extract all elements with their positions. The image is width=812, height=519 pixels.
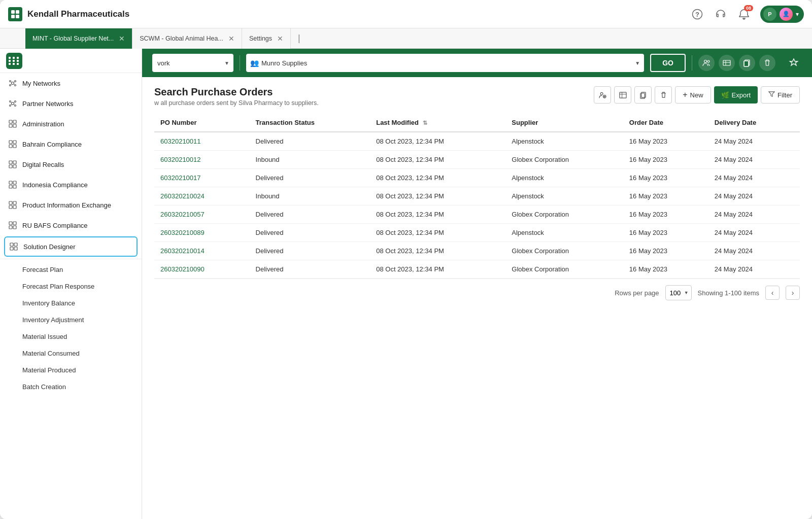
sidebar-sub-material-consumed[interactable]: Material Consumed [0,345,142,362]
tab-mint-close[interactable]: ✕ [119,35,125,42]
page-title-bar: Search Purchase Orders w all purchase or… [154,86,800,107]
headset-icon[interactable] [714,7,728,21]
sidebar: My Networks Partner Networks Administrat… [0,49,142,519]
sidebar-divider [0,259,142,259]
svg-line-22 [11,105,12,105]
sidebar-item-solution-designer[interactable]: Solution Designer [4,236,138,257]
tab-mint[interactable]: MINT - Global Supplier Net... ✕ [25,28,132,49]
prev-page-button[interactable]: ‹ [765,286,780,300]
svg-rect-51 [14,247,17,250]
sidebar-item-product-info-exchange[interactable]: Product Information Exchange [0,195,142,215]
filter-button[interactable]: Filter [761,86,800,103]
sidebar-item-partner-networks[interactable]: Partner Networks [0,93,142,114]
po-link-7[interactable]: 260320210090 [160,265,205,273]
toolbar-table-icon[interactable] [719,55,735,71]
ru-bafs-label: RU BAFS Compliance [22,222,88,229]
sidebar-sub-batch-creation[interactable]: Batch Creation [0,378,142,395]
toolbar-delete-icon[interactable] [759,55,775,71]
cell-supplier-7: Globex Corporation [505,260,623,279]
col-delivery-date: Delivery Date [708,114,800,132]
network-select[interactable]: vork [152,54,233,72]
cell-modified-4: 08 Oct 2023, 12:34 PM [370,205,505,224]
po-link-5[interactable]: 260320210089 [160,229,205,236]
sidebar-item-ru-bafs-compliance[interactable]: RU BAFS Compliance [0,215,142,235]
rows-per-page-select[interactable]: 100 50 25 [665,285,692,300]
svg-text:?: ? [695,11,699,18]
svg-line-14 [14,84,15,85]
col-last-modified[interactable]: Last Modified ⇅ [370,114,505,132]
tab-mint-label: MINT - Global Supplier Net... [32,35,114,42]
svg-rect-3 [16,15,19,18]
sidebar-item-my-networks[interactable]: My Networks [0,73,142,93]
grid-menu-button[interactable] [6,53,22,69]
sidebar-item-bahrain-compliance[interactable]: Bahrain Compliance [0,134,142,154]
tab-add-button[interactable]: | [291,33,308,44]
partner-input[interactable] [246,54,644,72]
partner-people-icon: 👥 [250,59,259,67]
cell-order-date-2: 16 May 2023 [623,169,708,187]
sidebar-sub-material-produced[interactable]: Material Produced [0,362,142,378]
po-link-0[interactable]: 60320210011 [160,137,201,145]
toolbar-people-icon[interactable] [698,55,715,71]
table-row: 260320210057 Delivered 08 Oct 2023, 12:3… [154,205,800,224]
delete-button[interactable] [655,86,672,103]
sidebar-item-administration[interactable]: Administration [0,114,142,134]
assign-button[interactable] [594,86,611,103]
sidebar-sub-inventory-adjustment[interactable]: Inventory Adjustment [0,312,142,328]
po-link-3[interactable]: 260320210024 [160,192,205,200]
app-logo [8,7,22,21]
header-left: Kendall Pharmaceuticals [8,7,129,21]
svg-rect-42 [9,205,12,209]
svg-rect-54 [723,60,730,65]
svg-line-20 [11,102,12,102]
duplicate-button[interactable] [634,86,652,103]
export-button[interactable]: 🌿 Export [714,86,758,103]
filter-icon [768,91,775,99]
next-page-button[interactable]: › [786,286,800,300]
svg-rect-50 [10,247,13,250]
svg-rect-32 [9,161,12,164]
po-link-2[interactable]: 60320210017 [160,174,201,182]
table-header-row: PO Number Transaction Status Last Modifi… [154,114,800,132]
sidebar-item-indonesia-compliance[interactable]: Indonesia Compliance [0,175,142,195]
go-button[interactable]: GO [650,54,686,72]
sidebar-sub-forecast-plan[interactable]: Forecast Plan [0,261,142,278]
svg-point-17 [15,101,16,102]
svg-rect-1 [16,10,19,14]
po-link-1[interactable]: 60320210012 [160,156,201,163]
toolbar-action-icons [698,55,775,71]
sidebar-sub-inventory-balance[interactable]: Inventory Balance [0,295,142,312]
toolbar-copy-icon[interactable] [739,55,755,71]
cell-status-5: Delivered [250,224,370,242]
cell-delivery-date-6: 24 May 2024 [708,242,800,260]
tab-settings[interactable]: Settings ✕ [242,28,291,49]
po-link-4[interactable]: 260320210057 [160,211,205,218]
table-body: 60320210011 Delivered 08 Oct 2023, 12:34… [154,132,800,279]
product-info-exchange-label: Product Information Exchange [22,201,111,209]
tab-scwm[interactable]: SCWM - Global Animal Hea... ✕ [132,28,242,49]
notification-icon[interactable]: 08 [737,7,751,21]
partner-input-wrap: 👥 ▼ [246,54,644,72]
new-button[interactable]: + New [675,86,710,103]
tab-scwm-close[interactable]: ✕ [228,35,234,42]
new-icon: + [683,90,687,99]
toolbar-star-icon[interactable] [786,55,802,71]
help-icon[interactable]: ? [690,7,704,21]
tab-settings-close[interactable]: ✕ [277,35,283,42]
svg-point-6 [12,82,14,85]
purchase-orders-table: PO Number Transaction Status Last Modifi… [154,114,800,279]
page-title-group: Search Purchase Orders w all purchase or… [154,86,319,107]
user-menu[interactable]: P 👤 ▾ [760,6,804,23]
table-view-button[interactable] [614,86,631,103]
po-link-6[interactable]: 260320210014 [160,247,205,255]
sidebar-sub-forecast-plan-response[interactable]: Forecast Plan Response [0,278,142,295]
svg-line-12 [14,82,15,82]
cell-order-date-3: 16 May 2023 [623,187,708,205]
svg-rect-39 [13,185,16,188]
sidebar-sub-material-issued[interactable]: Material Issued [0,328,142,345]
sidebar-item-digital-recalls[interactable]: Digital Recalls [0,154,142,175]
my-networks-label: My Networks [22,80,60,87]
cell-delivery-date-5: 24 May 2024 [708,224,800,242]
svg-rect-41 [13,201,16,204]
svg-point-16 [10,101,11,102]
